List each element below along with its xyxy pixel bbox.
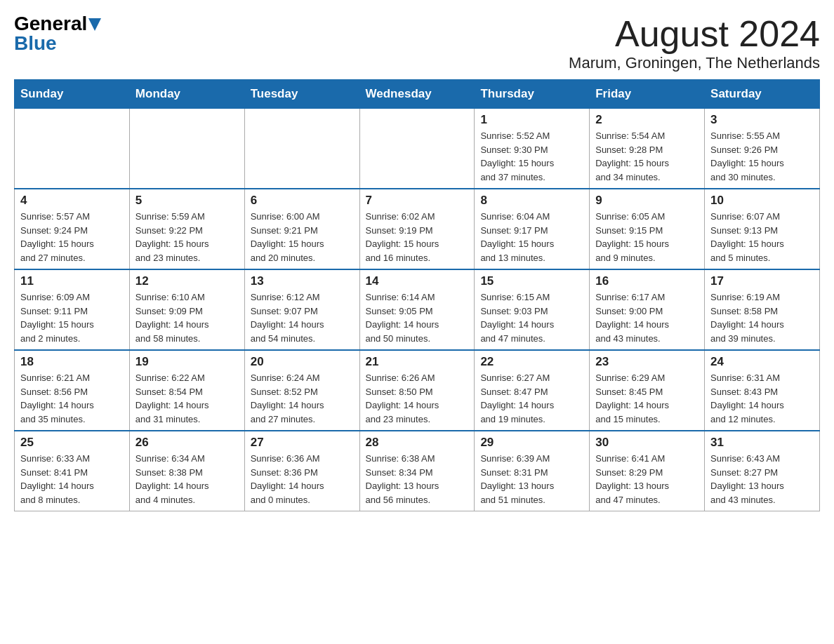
- day-number: 3: [710, 113, 814, 127]
- day-of-week-header: Wednesday: [359, 80, 475, 109]
- calendar-cell: 16Sunrise: 6:17 AMSunset: 9:00 PMDayligh…: [590, 269, 705, 350]
- calendar-cell: [129, 109, 244, 189]
- calendar-cell: 6Sunrise: 6:00 AMSunset: 9:21 PMDaylight…: [244, 189, 359, 269]
- day-of-week-header: Thursday: [475, 80, 590, 109]
- calendar-cell: 1Sunrise: 5:52 AMSunset: 9:30 PMDaylight…: [475, 109, 590, 189]
- day-info: Sunrise: 6:27 AMSunset: 8:47 PMDaylight:…: [480, 371, 583, 426]
- day-number: 2: [595, 113, 699, 127]
- day-info: Sunrise: 6:00 AMSunset: 9:21 PMDaylight:…: [251, 210, 354, 264]
- day-number: 4: [20, 194, 124, 208]
- day-number: 24: [710, 355, 814, 369]
- day-number: 30: [595, 436, 699, 450]
- calendar-week-row: 1Sunrise: 5:52 AMSunset: 9:30 PMDaylight…: [15, 109, 820, 189]
- day-number: 20: [251, 355, 354, 369]
- day-number: 28: [366, 436, 469, 450]
- day-number: 21: [366, 355, 469, 369]
- day-info: Sunrise: 5:57 AMSunset: 9:24 PMDaylight:…: [20, 210, 124, 264]
- day-number: 19: [135, 355, 239, 369]
- day-info: Sunrise: 6:02 AMSunset: 9:19 PMDaylight:…: [366, 210, 469, 264]
- calendar-week-row: 25Sunrise: 6:33 AMSunset: 8:41 PMDayligh…: [15, 431, 820, 511]
- calendar-cell: 15Sunrise: 6:15 AMSunset: 9:03 PMDayligh…: [475, 269, 590, 350]
- day-info: Sunrise: 6:04 AMSunset: 9:17 PMDaylight:…: [480, 210, 583, 264]
- title-section: August 2024 Marum, Groningen, The Nether…: [569, 14, 820, 72]
- calendar-cell: 12Sunrise: 6:10 AMSunset: 9:09 PMDayligh…: [129, 269, 244, 350]
- calendar-cell: 30Sunrise: 6:41 AMSunset: 8:29 PMDayligh…: [590, 431, 705, 511]
- calendar-cell: 9Sunrise: 6:05 AMSunset: 9:15 PMDaylight…: [590, 189, 705, 269]
- calendar-cell: [359, 109, 475, 189]
- calendar-cell: 11Sunrise: 6:09 AMSunset: 9:11 PMDayligh…: [15, 269, 130, 350]
- calendar-cell: 31Sunrise: 6:43 AMSunset: 8:27 PMDayligh…: [705, 431, 820, 511]
- calendar-week-row: 4Sunrise: 5:57 AMSunset: 9:24 PMDaylight…: [15, 189, 820, 269]
- calendar-week-row: 18Sunrise: 6:21 AMSunset: 8:56 PMDayligh…: [15, 350, 820, 431]
- day-of-week-header: Friday: [590, 80, 705, 109]
- calendar-cell: 4Sunrise: 5:57 AMSunset: 9:24 PMDaylight…: [15, 189, 130, 269]
- day-number: 11: [20, 274, 124, 288]
- day-info: Sunrise: 6:05 AMSunset: 9:15 PMDaylight:…: [595, 210, 699, 264]
- day-info: Sunrise: 6:33 AMSunset: 8:41 PMDaylight:…: [20, 452, 124, 507]
- day-number: 6: [251, 194, 354, 208]
- day-info: Sunrise: 6:41 AMSunset: 8:29 PMDaylight:…: [595, 452, 699, 507]
- day-info: Sunrise: 6:09 AMSunset: 9:11 PMDaylight:…: [20, 290, 124, 345]
- day-number: 9: [595, 194, 699, 208]
- svg-marker-0: [88, 18, 101, 31]
- calendar-cell: 2Sunrise: 5:54 AMSunset: 9:28 PMDaylight…: [590, 109, 705, 189]
- day-number: 22: [480, 355, 583, 369]
- day-number: 27: [251, 436, 354, 450]
- day-info: Sunrise: 6:36 AMSunset: 8:36 PMDaylight:…: [251, 452, 354, 507]
- day-number: 13: [251, 274, 354, 288]
- day-info: Sunrise: 6:29 AMSunset: 8:45 PMDaylight:…: [595, 371, 699, 426]
- calendar-cell: 27Sunrise: 6:36 AMSunset: 8:36 PMDayligh…: [244, 431, 359, 511]
- calendar-cell: 21Sunrise: 6:26 AMSunset: 8:50 PMDayligh…: [359, 350, 475, 431]
- day-number: 14: [366, 274, 469, 288]
- calendar-cell: 20Sunrise: 6:24 AMSunset: 8:52 PMDayligh…: [244, 350, 359, 431]
- calendar-header: SundayMondayTuesdayWednesdayThursdayFrid…: [15, 80, 820, 109]
- day-number: 18: [20, 355, 124, 369]
- day-info: Sunrise: 6:38 AMSunset: 8:34 PMDaylight:…: [366, 452, 469, 507]
- logo-blue-text: Blue: [14, 34, 101, 53]
- day-info: Sunrise: 6:22 AMSunset: 8:54 PMDaylight:…: [135, 371, 239, 426]
- day-info: Sunrise: 6:12 AMSunset: 9:07 PMDaylight:…: [251, 290, 354, 345]
- day-number: 16: [595, 274, 699, 288]
- day-info: Sunrise: 6:14 AMSunset: 9:05 PMDaylight:…: [366, 290, 469, 345]
- day-info: Sunrise: 6:26 AMSunset: 8:50 PMDaylight:…: [366, 371, 469, 426]
- calendar-cell: 22Sunrise: 6:27 AMSunset: 8:47 PMDayligh…: [475, 350, 590, 431]
- day-of-week-header: Saturday: [705, 80, 820, 109]
- day-info: Sunrise: 5:59 AMSunset: 9:22 PMDaylight:…: [135, 210, 239, 264]
- calendar-body: 1Sunrise: 5:52 AMSunset: 9:30 PMDaylight…: [15, 109, 820, 511]
- day-number: 25: [20, 436, 124, 450]
- day-info: Sunrise: 6:07 AMSunset: 9:13 PMDaylight:…: [710, 210, 814, 264]
- calendar-cell: 19Sunrise: 6:22 AMSunset: 8:54 PMDayligh…: [129, 350, 244, 431]
- location-title: Marum, Groningen, The Netherlands: [569, 54, 820, 72]
- calendar-cell: 25Sunrise: 6:33 AMSunset: 8:41 PMDayligh…: [15, 431, 130, 511]
- calendar-cell: 28Sunrise: 6:38 AMSunset: 8:34 PMDayligh…: [359, 431, 475, 511]
- logo: General Blue: [14, 14, 101, 53]
- day-info: Sunrise: 6:39 AMSunset: 8:31 PMDaylight:…: [480, 452, 583, 507]
- day-info: Sunrise: 6:10 AMSunset: 9:09 PMDaylight:…: [135, 290, 239, 345]
- calendar-cell: 8Sunrise: 6:04 AMSunset: 9:17 PMDaylight…: [475, 189, 590, 269]
- calendar-cell: [15, 109, 130, 189]
- calendar-cell: 18Sunrise: 6:21 AMSunset: 8:56 PMDayligh…: [15, 350, 130, 431]
- day-number: 1: [480, 113, 583, 127]
- calendar-cell: 24Sunrise: 6:31 AMSunset: 8:43 PMDayligh…: [705, 350, 820, 431]
- day-of-week-header: Tuesday: [244, 80, 359, 109]
- day-number: 26: [135, 436, 239, 450]
- day-info: Sunrise: 6:19 AMSunset: 8:58 PMDaylight:…: [710, 290, 814, 345]
- day-info: Sunrise: 6:17 AMSunset: 9:00 PMDaylight:…: [595, 290, 699, 345]
- day-info: Sunrise: 6:43 AMSunset: 8:27 PMDaylight:…: [710, 452, 814, 507]
- calendar-cell: [244, 109, 359, 189]
- day-info: Sunrise: 6:21 AMSunset: 8:56 PMDaylight:…: [20, 371, 124, 426]
- day-number: 7: [366, 194, 469, 208]
- day-number: 15: [480, 274, 583, 288]
- day-number: 23: [595, 355, 699, 369]
- header-row: SundayMondayTuesdayWednesdayThursdayFrid…: [15, 80, 820, 109]
- day-info: Sunrise: 6:24 AMSunset: 8:52 PMDaylight:…: [251, 371, 354, 426]
- day-info: Sunrise: 6:31 AMSunset: 8:43 PMDaylight:…: [710, 371, 814, 426]
- day-info: Sunrise: 5:52 AMSunset: 9:30 PMDaylight:…: [480, 129, 583, 184]
- logo-general-text: General: [14, 14, 87, 34]
- calendar-cell: 5Sunrise: 5:59 AMSunset: 9:22 PMDaylight…: [129, 189, 244, 269]
- page-header: General Blue August 2024 Marum, Groninge…: [14, 14, 820, 72]
- day-number: 5: [135, 194, 239, 208]
- calendar-cell: 29Sunrise: 6:39 AMSunset: 8:31 PMDayligh…: [475, 431, 590, 511]
- day-of-week-header: Monday: [129, 80, 244, 109]
- day-number: 8: [480, 194, 583, 208]
